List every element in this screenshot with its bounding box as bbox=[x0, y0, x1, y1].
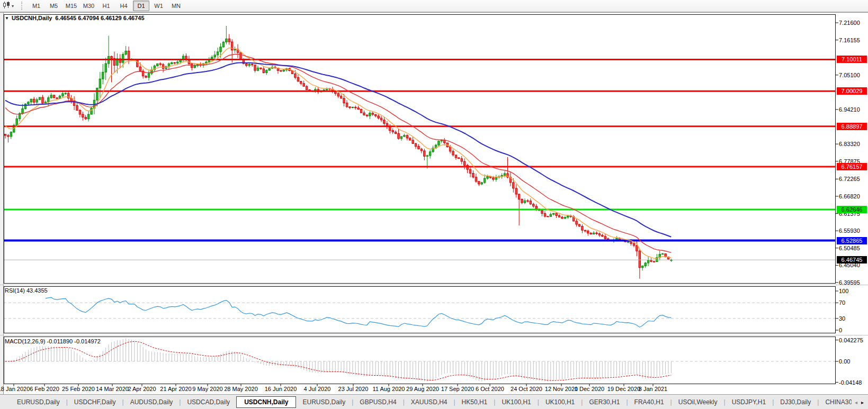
macd-indicator-label: MACD(12,26,9) -0.011890 -0.014972 bbox=[5, 338, 101, 344]
collapse-triangle-icon[interactable]: ▼ bbox=[5, 16, 9, 21]
chart-tab-fra40-h1[interactable]: FRA40,H1 bbox=[628, 396, 670, 408]
rsi-axis-tick: 70 bbox=[839, 299, 845, 306]
price-axis-tick: 7.21600 bbox=[839, 20, 860, 26]
rsi-axis-tick: 100 bbox=[839, 288, 848, 294]
price-axis-tick: 6.72265 bbox=[839, 176, 860, 182]
macd-axis-tick: 0.042275 bbox=[839, 337, 863, 343]
price-axis-tick: 6.66820 bbox=[839, 193, 860, 199]
timeframe-button-h4[interactable]: H4 bbox=[115, 1, 132, 11]
price-axis-tick: 6.55930 bbox=[839, 228, 860, 234]
chart-tab-hk50-h1[interactable]: HK50,H1 bbox=[455, 396, 494, 408]
chart-tab-gbpusd-h4[interactable]: GBPUSD,H4 bbox=[353, 396, 402, 408]
timeframe-buttons: M1M5M15M30H1H4D1W1MN bbox=[28, 1, 185, 11]
macd-axis-tick: 0.00 bbox=[839, 358, 850, 365]
price-line-badge-6.88897: 6.88897 bbox=[837, 123, 867, 130]
tab-scroll-left-icon[interactable]: ◂ bbox=[855, 399, 857, 405]
chart-tab-xauusd-h4[interactable]: XAUUSD,H4 bbox=[405, 396, 454, 408]
candlestick-chart-icon bbox=[3, 1, 11, 11]
timeframe-button-d1[interactable]: D1 bbox=[133, 1, 149, 11]
chart-ohlc-values: 6.46545 6.47094 6.46129 6.46745 bbox=[55, 15, 144, 21]
chart-tab-ger30-h1[interactable]: GER30,H1 bbox=[583, 396, 626, 408]
chart-canvas[interactable] bbox=[0, 12, 868, 394]
chart-tab-usdcad-daily[interactable]: USDCAD,Daily bbox=[181, 396, 236, 408]
rsi-indicator-label: RSI(14) 43.4355 bbox=[5, 287, 48, 294]
macd-axis-tick: -0.04148 bbox=[839, 379, 862, 386]
chart-tab-eurusd-daily[interactable]: EURUSD,Daily bbox=[296, 396, 352, 408]
price-axis-tick: 6.83320 bbox=[839, 141, 860, 147]
chart-tab-usoil-weekly[interactable]: USOil,Weekly bbox=[672, 396, 724, 408]
chart-tab-uk100-h1[interactable]: UK100,H1 bbox=[539, 396, 581, 408]
current-price-badge: 6.46745 bbox=[837, 256, 867, 263]
chart-symbol-label: USDCNH,Daily bbox=[12, 15, 52, 21]
timeframe-button-w1[interactable]: W1 bbox=[150, 1, 167, 11]
tab-navigation: ◂ ▸ bbox=[852, 395, 867, 409]
chart-tab-eurusd-daily[interactable]: EURUSD,Daily bbox=[11, 396, 66, 408]
timeframe-button-m1[interactable]: M1 bbox=[28, 1, 44, 11]
toolbar-grip[interactable] bbox=[21, 2, 22, 10]
chart-window: ▼USDCNH,Daily6.46545 6.47094 6.46129 6.4… bbox=[0, 12, 868, 394]
chevron-down-icon: ▾ bbox=[12, 4, 14, 8]
tab-scroll-right-icon[interactable]: ▸ bbox=[861, 399, 864, 405]
timeframe-button-m30[interactable]: M30 bbox=[80, 1, 97, 11]
timeframe-button-m15[interactable]: M15 bbox=[63, 1, 79, 11]
chart-tab-usdjpy-h1[interactable]: USDJPY,H1 bbox=[726, 396, 772, 408]
rsi-axis-tick: 0 bbox=[839, 327, 842, 333]
chart-tab-uk100-h1[interactable]: UK100,H1 bbox=[495, 396, 537, 408]
price-line-badge-6.62646: 6.62646 bbox=[837, 206, 867, 213]
price-line-badge-7.00029: 7.00029 bbox=[837, 87, 867, 95]
date-axis-label: 8 Jan 2021 bbox=[627, 386, 679, 392]
price-line-badge-6.76157: 6.76157 bbox=[837, 163, 867, 170]
price-axis-tick: 6.94210 bbox=[839, 106, 860, 113]
timeframe-button-m5[interactable]: M5 bbox=[46, 1, 62, 11]
timeframe-toolbar: ▾ M1M5M15M30H1H4D1W1MN bbox=[0, 0, 868, 12]
panel-splitter-main-rsi[interactable] bbox=[0, 284, 868, 286]
timeframe-button-mn[interactable]: MN bbox=[168, 1, 184, 11]
price-line-badge-7.10011: 7.10011 bbox=[837, 56, 867, 63]
chart-tab-usdchf-daily[interactable]: USDCHF,Daily bbox=[68, 396, 122, 408]
price-axis-tick: 6.50485 bbox=[839, 245, 860, 251]
rsi-axis-tick: 30 bbox=[839, 315, 845, 322]
chart-tab-usdcnh-daily[interactable]: USDCNH,Daily bbox=[236, 396, 296, 408]
price-axis-tick: 7.16155 bbox=[839, 37, 860, 43]
chart-tab-dj30-daily[interactable]: DJ30,Daily bbox=[774, 396, 817, 408]
timeframe-button-h1[interactable]: H1 bbox=[98, 1, 114, 11]
price-axis-tick: 7.05100 bbox=[839, 72, 860, 78]
chart-type-button[interactable]: ▾ bbox=[2, 1, 15, 12]
chart-tab-audusd-daily[interactable]: AUDUSD,Daily bbox=[124, 396, 180, 408]
chart-tabs-bar: EURUSD,Daily|USDCHF,Daily|AUDUSD,Daily|U… bbox=[0, 394, 868, 409]
price-line-badge-6.52865: 6.52865 bbox=[837, 237, 867, 244]
chart-title: ▼USDCNH,Daily6.46545 6.47094 6.46129 6.4… bbox=[5, 15, 145, 21]
panel-splitter-rsi-macd[interactable] bbox=[0, 333, 868, 336]
